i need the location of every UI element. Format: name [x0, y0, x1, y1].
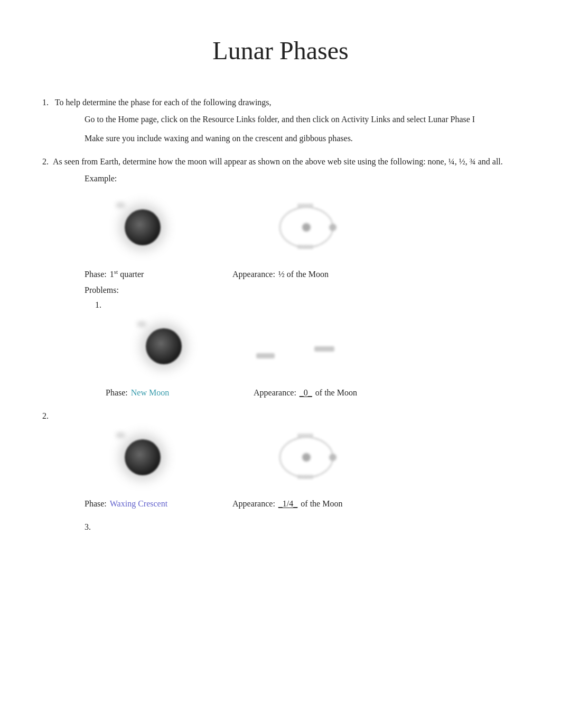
problem1-moon-left — [106, 315, 222, 378]
example-superscript: st — [114, 269, 118, 275]
example-phase-part: Phase: 1st quarter — [85, 268, 232, 281]
example-moon-left — [85, 196, 201, 259]
example-appearance-value: ½ of the Moon — [278, 268, 329, 281]
problem1-appearance-label: Appearance: — [254, 386, 296, 399]
svg-point-11 — [329, 454, 336, 461]
question-2: 2.As seen from Earth, determine how the … — [42, 155, 519, 185]
problem2-moon-circle — [125, 439, 161, 475]
example-orbit-svg — [272, 198, 341, 256]
question-1: 1. To help determine the phase for each … — [42, 96, 519, 145]
problem2-moon-left — [85, 426, 201, 489]
svg-rect-10 — [297, 475, 313, 479]
svg-rect-6 — [314, 346, 334, 352]
svg-point-4 — [329, 224, 336, 231]
svg-point-8 — [302, 453, 311, 462]
example-phase-label: Phase: — [85, 268, 107, 281]
problem2-phase-label: Phase: — [85, 497, 107, 510]
problem1-appearance-part: Appearance: _0_ of the Moon — [254, 386, 357, 399]
problem1-appearance-suffix: of the Moon — [315, 386, 357, 399]
problem1-phase-value: New Moon — [131, 386, 169, 399]
example-orbit-right — [232, 196, 380, 259]
problem2-phase-part: Phase: Waxing Crescent — [85, 497, 232, 510]
problems-label: Problems: — [85, 284, 519, 297]
example-label: Example: — [85, 172, 519, 185]
problem1-diagram-row — [106, 315, 519, 378]
problem2-orbit-right — [232, 426, 380, 489]
example-moon-circle — [125, 209, 161, 245]
svg-rect-9 — [297, 434, 313, 438]
problem2-appearance-value: _1/4_ — [278, 497, 297, 510]
example-phase-value: 1st quarter — [110, 268, 144, 281]
svg-rect-2 — [297, 204, 313, 208]
problem1-orbit-left — [246, 337, 293, 377]
problem1-moon-circle — [146, 328, 182, 364]
problem2-appearance-suffix: of the Moon — [301, 497, 342, 510]
problem1-number-label: 1. — [95, 299, 519, 311]
svg-rect-5 — [256, 353, 275, 358]
problem1-phase-row: Phase: New Moon Appearance: _0_ of the M… — [106, 386, 519, 399]
example-appearance-part: Appearance: ½ of the Moon — [232, 268, 329, 281]
problem1-phase-label: Phase: — [106, 386, 128, 399]
example-phase-row: Phase: 1st quarter Appearance: ½ of the … — [85, 268, 519, 281]
problem2-phase-value: Waxing Crescent — [110, 497, 167, 510]
problem2-appearance-part: Appearance: _1/4_ of the Moon — [232, 497, 342, 510]
q2-text: 2.As seen from Earth, determine how the … — [42, 155, 519, 168]
problem1-orbit-right — [309, 333, 367, 381]
example-diagram-row — [85, 196, 519, 259]
problem1-phase-part: Phase: New Moon — [106, 386, 254, 399]
example-appearance-label: Appearance: — [232, 268, 275, 281]
q1-indent1: Go to the Home page, click on the Resour… — [85, 113, 519, 126]
q1-indent2: Make sure you include waxing and waning … — [85, 132, 519, 145]
problem2-phase-row: Phase: Waxing Crescent Appearance: _1/4_… — [85, 497, 519, 510]
q1-text: 1. To help determine the phase for each … — [42, 96, 519, 109]
problem2-number-label: 2. — [42, 410, 519, 422]
problem2-diagram-row — [85, 426, 519, 489]
svg-point-1 — [302, 223, 311, 232]
problem2-orbit-svg — [272, 428, 341, 486]
svg-rect-3 — [297, 245, 313, 249]
problem2-appearance-label: Appearance: — [232, 497, 275, 510]
problem3-number-label: 3. — [85, 521, 519, 533]
problem1-appearance-value: _0_ — [300, 386, 312, 399]
page-title: Lunar Phases — [42, 32, 519, 70]
